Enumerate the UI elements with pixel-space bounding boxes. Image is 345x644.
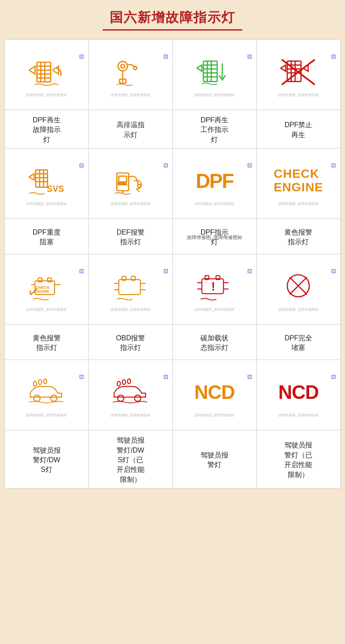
watermark-6: 故障维修图_故障维修图标 [110, 201, 151, 206]
cell-dws-red-label: 驾驶员报警灯/DWS灯（已开启性能限制） [89, 430, 172, 488]
check-engine-orange-icon: CHECK ENGINE [27, 269, 66, 304]
ncd-orange-text: NCD [194, 381, 235, 403]
corner-badge: ⊡ [163, 162, 168, 169]
title-underline [103, 29, 242, 31]
dpf-text: DPF [196, 169, 233, 193]
corner-badge: ⊡ [247, 374, 252, 380]
corner-badge: ⊡ [79, 268, 84, 274]
svg-point-66 [51, 395, 57, 401]
cell-carbon-load-label: 碳加载状态指示灯 [173, 325, 257, 360]
grid-row-labels-1: DPF再生故障指示灯 高排温指示灯 DPF再生工作指示灯 DPF禁止再生 [5, 110, 340, 149]
grid-row-labels-4: 驾驶员报警灯/DWS灯 驾驶员报警灯/DWS灯（已开启性能限制） 驾驶员报警灯 … [5, 430, 340, 488]
svg-rect-0 [37, 62, 51, 82]
label-high-exhaust: 高排温指示灯 [117, 120, 145, 140]
svg-point-72 [117, 381, 120, 386]
watermark-15: 故障维修图_故障维修图标 [194, 413, 235, 418]
svg-text:ENGINE: ENGINE [34, 289, 49, 294]
main-title: 国六新增故障指示灯 [4, 9, 341, 27]
corner-badge: ⊡ [163, 374, 168, 380]
label-dpf-no-regen: DPF禁止再生 [284, 120, 312, 140]
carbon-load-icon: ! [195, 269, 234, 304]
svg-point-70 [117, 395, 124, 401]
dpf-no-regen-icon [279, 55, 318, 90]
watermark-8: 故障维修图_故障维修图标 [278, 201, 318, 206]
icon-area: ⊡ [7, 373, 86, 412]
icon-area: ⊡ ! [175, 267, 255, 306]
svg-text:NOX: NOX [118, 181, 127, 186]
icon-area: ⊡ DPF [175, 161, 255, 201]
grid-row-icons-1: ⊡ [5, 40, 340, 110]
label-dpf-svs: DPF重度阻塞 [33, 228, 61, 247]
icon-area: ⊡ [90, 52, 170, 92]
watermark-16: 故障维修图_故障维修图标 [278, 413, 318, 418]
dpf-regen-work-icon [195, 55, 234, 90]
svg-point-74 [128, 379, 131, 384]
watermark-14: 故障维修图_故障维修图标 [110, 413, 151, 418]
cell-ncd-red-icon: ⊡ NCD 故障维修图_故障维修图标 [257, 360, 340, 430]
corner-badge: ⊡ [247, 268, 252, 274]
svg-rect-12 [204, 61, 217, 81]
icon-area: ⊡ [90, 373, 170, 412]
svg-rect-47 [119, 279, 141, 294]
cell-dpf-blocked-label: DPF完全堵塞 [257, 325, 340, 360]
dpf-svs-icon: SVS [27, 163, 66, 198]
corner-badge: ⊡ [163, 268, 168, 274]
cell-ncd-orange-icon: ⊡ NCD 故障维修图_故障维修图标 [173, 360, 257, 430]
svg-rect-28 [35, 170, 47, 187]
page-wrapper: 国六新增故障指示灯 ⊡ [0, 0, 345, 497]
svg-rect-41 [38, 278, 42, 282]
svg-point-69 [43, 379, 46, 384]
corner-badge: ⊡ [331, 374, 336, 380]
grid-row-labels-2: DPF重度阻塞 DEF报警指示灯 DPF指示灯 故障维修图_故障维修图标 黄色报… [5, 219, 340, 254]
cell-check-engine-yellow-icon: ⊡ CHECKENGINE 故障维修图_故障维修图标 [257, 149, 340, 218]
corner-badge: ⊡ [163, 53, 168, 60]
cell-high-exhaust-label: 高排温指示灯 [89, 110, 172, 148]
overlay-watermark: 故障维修图_故障维修图标 [187, 234, 242, 241]
icon-area: ⊡ [7, 52, 86, 92]
icon-area: ⊡ [90, 267, 170, 306]
cell-dpf-regen-fault-label: DPF再生故障指示灯 [5, 110, 89, 148]
watermark-5: 故障维修图_故障维修图标 [26, 201, 66, 206]
cell-dpf-regen-work-label: DPF再生工作指示灯 [173, 110, 257, 148]
svg-text:!: ! [211, 280, 215, 293]
icon-area: ⊡ [259, 267, 338, 306]
label-dws-red: 驾驶员报警灯/DWS灯（已开启性能限制） [117, 436, 145, 485]
svg-point-11 [134, 66, 137, 69]
watermark-12: 故障维修图_故障维修图标 [278, 307, 318, 312]
cell-carbon-load-icon: ⊡ ! [173, 254, 257, 324]
corner-badge: ⊡ [331, 162, 336, 169]
cell-dpf-svs-label: DPF重度阻塞 [5, 219, 89, 254]
watermark-2: 故障维修图_故障维修图标 [110, 93, 151, 97]
dpf-blocked-cross-icon [279, 269, 318, 304]
label-check-engine-yellow: 黄色报警指示灯 [284, 228, 312, 247]
ncd-red-text: NCD [278, 381, 318, 403]
svg-text:SVS: SVS [47, 184, 64, 194]
cell-def-warning-label: DEF报警指示灯 [89, 219, 172, 254]
svg-point-67 [33, 381, 36, 386]
cell-dpf-regen-fault-icon: ⊡ [5, 40, 89, 110]
corner-badge: ⊡ [247, 53, 252, 60]
icon-area: ⊡ SVS [7, 161, 86, 201]
cell-ncd-orange-label: 驾驶员报警灯 [173, 430, 257, 488]
cell-obd-engine-icon: ⊡ 故障维修图_故障维修图标 [89, 254, 172, 324]
obd-engine-icon [111, 269, 150, 304]
cell-def-warning-icon: ⊡ NOX [89, 149, 172, 218]
watermark-13: 故障维修图_故障维修图标 [26, 413, 66, 418]
label-dpf-regen-fault: DPF再生故障指示灯 [33, 115, 61, 145]
label-check-engine-orange: 黄色报警指示灯 [33, 333, 61, 353]
dpf-regen-fault-icon [27, 55, 66, 90]
svg-rect-42 [47, 278, 51, 282]
watermark-9: 故障维修图_故障维修图标 [26, 307, 66, 312]
label-dws-orange: 驾驶员报警灯/DWS灯 [33, 446, 61, 475]
icon-area: ⊡ CHECK [7, 267, 86, 306]
label-dpf-regen-work: DPF再生工作指示灯 [200, 115, 228, 145]
svg-point-73 [122, 380, 125, 384]
corner-badge: ⊡ [331, 268, 336, 274]
label-ncd-orange: 驾驶员报警灯 [200, 450, 228, 470]
svg-point-68 [38, 380, 41, 384]
icon-area: ⊡ [175, 52, 255, 92]
cell-check-engine-yellow-label: 黄色报警指示灯 [257, 219, 340, 254]
cell-dpf-text-icon: ⊡ DPF 故障维修图_故障维修图标 [173, 149, 257, 218]
cell-dws-orange-icon: ⊡ [5, 360, 89, 430]
watermark-11: 故障维修图_故障维修图标 [194, 307, 235, 312]
